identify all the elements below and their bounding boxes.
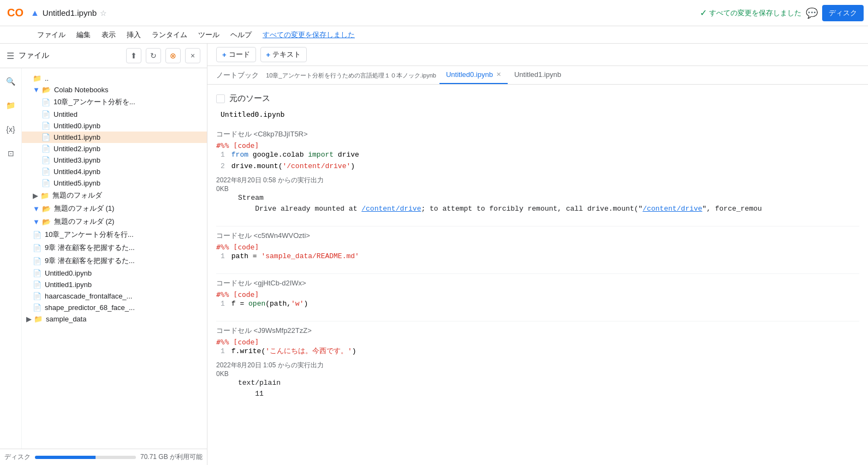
menu-insert[interactable]: 挿入 (122, 28, 145, 42)
cell-3-header: コードセル <gjHtCb-d2IWx> (216, 278, 859, 288)
variable-icon-btn[interactable]: {x} (2, 121, 20, 138)
tree-item-untitled[interactable]: 📄 Untitled (22, 109, 207, 120)
file-icon-btn[interactable]: 📁 (2, 97, 20, 114)
comment-icon[interactable]: 💬 (806, 7, 818, 19)
tab-untitled1[interactable]: Untitled1.ipynb (508, 66, 568, 84)
tab-untitled0-close[interactable]: ✕ (496, 71, 501, 78)
tree-item-9sho-1[interactable]: 📄 9章 潜在顧客を把握するた... (22, 241, 207, 254)
sidebar-header: ☰ ファイル ⬆ ↻ ⊗ × (0, 44, 207, 68)
tree-item-untitled5[interactable]: 📄 Untitled5.ipynb (22, 177, 207, 189)
notebook-link-text[interactable]: 10章_アンケート分析を行うための言語処理１０本ノック.ipynb (266, 72, 436, 79)
add-text-label: テキスト (272, 50, 301, 59)
save-status-text: すべての変更を保存しました (709, 8, 801, 18)
cell-1-line-1: 1from google.colab import drive (221, 150, 859, 161)
menu-tools[interactable]: ツール (194, 28, 224, 42)
sidebar-controls: ⬆ ↻ ⊗ × (126, 48, 200, 63)
cell-4-line-1: 1f.write('こんにちは。今西です。') (221, 346, 859, 357)
disk-progress-fill (35, 456, 96, 459)
source-filename: Untitled0.ipynb (216, 110, 859, 118)
cell-1-header: コードセル <C8kp7BJjIT5R> (216, 129, 859, 139)
tree-item-haarcascade[interactable]: 📄 haarcascade_frontalface_... (22, 290, 207, 302)
drive-icon: ▲ (31, 8, 39, 18)
menu-edit[interactable]: 編集 (72, 28, 95, 42)
sidebar-bottom: ディスク 70.71 GB が利用可能 (0, 449, 207, 465)
tree-item-untitled4[interactable]: 📄 Untitled4.ipynb (22, 166, 207, 177)
toolbar: + コード + テキスト (207, 44, 868, 66)
tree-item-untitled0-root[interactable]: 📄 Untitled0.ipynb (22, 267, 207, 279)
code-cell-4: コードセル <J9WsMfp22TzZ> #%% [code] 1f.write… (216, 326, 859, 400)
disk-usage-text: 70.71 GB が利用可能 (140, 452, 203, 462)
close-sidebar-btn[interactable]: × (185, 48, 200, 63)
tree-item-9sho-2[interactable]: 📄 9章 潜在顧客を把握するた... (22, 254, 207, 267)
tree-item-colab-notebooks[interactable]: ▼ 📂 Colab Notebooks (22, 84, 207, 96)
notebook-content[interactable]: 元のソース Untitled0.ipynb コードセル <C8kp7BJjIT5… (207, 85, 868, 465)
search-icon-btn[interactable]: 🔍 (2, 73, 20, 90)
tree-item-untitled0[interactable]: 📄 Untitled0.ipynb (22, 120, 207, 132)
cell-2-line-1: 1path = 'sample_data/README.md' (221, 251, 859, 263)
refresh-btn[interactable]: ↻ (146, 48, 161, 63)
tree-item-folder-unnamed1[interactable]: ▼ 📂 無題のフォルダ (1) (22, 202, 207, 215)
disk-button[interactable]: ディスク (822, 5, 864, 21)
tree-item-folder-unnamed2[interactable]: ▼ 📂 無題のフォルダ (2) (22, 215, 207, 228)
cell-1-output-size: 0KB (216, 185, 859, 193)
code-cell-2: コードセル <c5tWn4WVOzti> #%% [code] 1path = … (216, 231, 859, 263)
tree-item-folder-unnamed[interactable]: ▶ 📁 無題のフォルダ (22, 189, 207, 202)
tree-item-untitled1-root[interactable]: 📄 Untitled1.ipynb (22, 279, 207, 290)
save-status: ✓ すべての変更を保存しました (700, 8, 801, 18)
logo-text: C (7, 7, 15, 19)
cell-4-output-header: 2022年8月20日 1:05 からの実行出力 (216, 361, 859, 370)
cell-4-tag: #%% [code] (216, 338, 859, 346)
tab-untitled0[interactable]: Untitled0.ipynb ✕ (439, 66, 508, 84)
notebook-breadcrumb[interactable]: ノートブック (216, 70, 259, 80)
save-all-link[interactable]: すべての変更を保存しました (263, 30, 355, 40)
source-checkbox[interactable] (216, 94, 225, 103)
menu-file[interactable]: ファイル (33, 28, 70, 42)
menu-runtime[interactable]: ランタイム (147, 28, 192, 42)
cell-4-output: text/plain 11 (216, 378, 859, 401)
sidebar-body: 🔍 📁 {x} ⊡ 📁 .. ▼ 📂 Colab Notebooks (0, 68, 207, 449)
cell-2-header: コードセル <c5tWn4WVOzti> (216, 231, 859, 241)
cell-1-tag: #%% [code] (216, 141, 859, 150)
menu-view[interactable]: 表示 (97, 28, 120, 42)
notebook-filename[interactable]: Untitled1.ipynb (43, 8, 97, 17)
save-checkmark: ✓ (700, 8, 707, 18)
cell-4-output-size: 0KB (216, 370, 859, 378)
star-icon[interactable]: ☆ (100, 9, 107, 17)
notebook-breadcrumb-label: ノートブック (216, 70, 259, 80)
cell-3-tag: #%% [code] (216, 290, 859, 299)
code-snippet-icon-btn[interactable]: ⊡ (2, 145, 20, 162)
tree-item-untitled3[interactable]: 📄 Untitled3.ipynb (22, 154, 207, 166)
tree-item-10sho-root[interactable]: 📄 10章_アンケート分析を行... (22, 228, 207, 241)
tree-item-sample-data[interactable]: ▶ 📁 sample_data (22, 313, 207, 325)
tabs-bar: ノートブック 10章_アンケート分析を行うための言語処理１０本ノック.ipynb… (207, 66, 868, 85)
tree-item-untitled1[interactable]: 📄 Untitled1.ipynb (22, 132, 207, 143)
cell-4-output-type: text/plain (238, 378, 859, 389)
disk-label: ディスク (4, 452, 31, 462)
add-text-button[interactable]: + テキスト (260, 47, 307, 62)
menu-help[interactable]: ヘルプ (226, 28, 256, 42)
add-code-button[interactable]: + コード (216, 47, 256, 62)
sidebar-title-area: ☰ ファイル (7, 51, 49, 61)
disk-progress-bar (35, 456, 136, 459)
tab-untitled1-label: Untitled1.ipynb (514, 70, 561, 79)
filter-btn[interactable]: ⊗ (165, 48, 181, 63)
hamburger-icon[interactable]: ☰ (7, 51, 14, 61)
tree-item-parent[interactable]: 📁 .. (22, 73, 207, 84)
tree-item-10sho[interactable]: 📄 10章_アンケート分析を... (22, 96, 207, 109)
cell-2-code: 1path = 'sample_data/README.md' (216, 251, 859, 263)
cell-3-line-1: 1f = open(path,'w') (221, 299, 859, 310)
tree-item-untitled2[interactable]: 📄 Untitled2.ipynb (22, 143, 207, 154)
cell-3-code: 1f = open(path,'w') (216, 299, 859, 310)
cell-4-code: 1f.write('こんにちは。今西です。') (216, 346, 859, 357)
cell-1-output-stream: Stream (238, 193, 859, 204)
tree-item-shape-predictor[interactable]: 📄 shape_predictor_68_face_... (22, 302, 207, 313)
sidebar-title: ファイル (19, 51, 49, 61)
new-folder-btn[interactable]: ⬆ (126, 48, 141, 63)
notebook-title-area: ▲ Untitled1.ipynb ☆ (31, 8, 695, 18)
add-code-label: コード (229, 50, 250, 59)
right-panel: + コード + テキスト ノートブック 10章_アンケート分析を行うための言語処… (207, 44, 868, 465)
file-tree[interactable]: 📁 .. ▼ 📂 Colab Notebooks 📄 10章_アンケート分析を.… (22, 68, 207, 449)
sidebar-left-icons: 🔍 📁 {x} ⊡ (0, 68, 22, 449)
cell-1-line-2: 2drive.mount('/content/drive') (221, 161, 859, 172)
cell-1-output-header: 2022年8月20日 0:58 からの実行出力 (216, 176, 859, 185)
